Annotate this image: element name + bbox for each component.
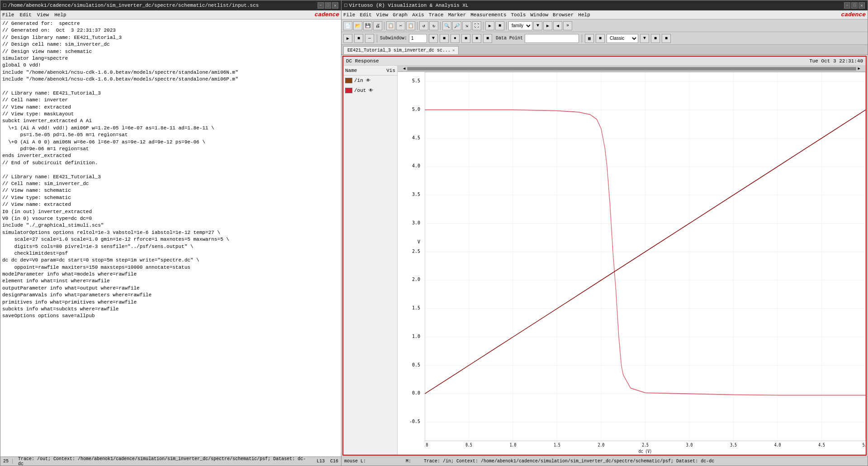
right-window-icon: □ bbox=[344, 3, 347, 8]
chart-canvas[interactable] bbox=[425, 72, 866, 441]
tb-sub-btn1[interactable]: ■ bbox=[440, 34, 449, 43]
rmenu-window[interactable]: Window bbox=[531, 12, 549, 18]
tb-sub-btn5[interactable]: ■ bbox=[483, 34, 492, 43]
x-axis-svg: 0.0 0.5 1.0 1.5 2.0 2.5 3.0 3.5 4.0 4. bbox=[425, 441, 866, 455]
scroll-right-arrow[interactable]: ▶ bbox=[858, 66, 860, 71]
left-editor-content[interactable]: // Generated for: spectre // Generated o… bbox=[0, 19, 341, 456]
signal-panel: Name Vis /in 👁 /out 👁 bbox=[343, 66, 398, 455]
signal-out-eye-icon[interactable]: 👁 bbox=[368, 87, 374, 94]
tb-cursor-btn[interactable]: ▶ bbox=[343, 34, 352, 43]
tb-line-btn[interactable]: — bbox=[365, 34, 374, 43]
right-menubar: File Edit View Graph Axis Trace Marker M… bbox=[342, 10, 868, 19]
tb-save-btn[interactable]: 💾 bbox=[363, 21, 372, 30]
chart-scrollbar[interactable]: ◀ ▶ bbox=[398, 66, 866, 72]
tb-classic-btn3[interactable]: ■ bbox=[662, 34, 671, 43]
right-minimize-button[interactable]: – bbox=[844, 2, 850, 9]
right-maximize-button[interactable]: □ bbox=[851, 2, 858, 9]
tb-family-btn4[interactable]: » bbox=[563, 21, 572, 30]
tb-run-btn[interactable]: ▶ bbox=[485, 21, 494, 30]
y-label-35: 3.5 bbox=[412, 192, 420, 197]
family-select[interactable]: family bbox=[508, 21, 532, 30]
tb-sep6 bbox=[377, 34, 377, 43]
status-col: C16 bbox=[330, 459, 338, 464]
tab-ee421[interactable]: EE421_Tutorial_3 sim_inverter_dc sc... ✕ bbox=[343, 46, 459, 54]
signal-in-name[interactable]: /in bbox=[354, 78, 363, 83]
tb-stop-btn[interactable]: ■ bbox=[495, 21, 504, 30]
datapoint-input[interactable] bbox=[525, 34, 579, 43]
close-button[interactable]: ✕ bbox=[332, 2, 338, 9]
scroll-thumb[interactable] bbox=[408, 67, 855, 70]
tb-copy-btn[interactable]: 📋 bbox=[386, 21, 395, 30]
right-status-bar: mouse L: M: Trace: /in; Context: /home/a… bbox=[342, 456, 868, 466]
tb-select-btn[interactable]: ■ bbox=[354, 34, 363, 43]
tb-classic-btn2[interactable]: ■ bbox=[651, 34, 660, 43]
subwindow-input[interactable] bbox=[409, 34, 427, 43]
subwindow-label: Subwindow: bbox=[380, 36, 407, 41]
signal-in-eye-icon[interactable]: 👁 bbox=[365, 77, 371, 84]
tb-family-btn1[interactable]: ▼ bbox=[533, 21, 542, 30]
signal-out-name[interactable]: /out bbox=[354, 88, 366, 93]
right-close-button[interactable]: ✕ bbox=[859, 2, 865, 9]
chart-area: ◀ ▶ bbox=[398, 66, 866, 455]
tb-new-btn[interactable]: 📄 bbox=[343, 21, 352, 30]
tb-sep7 bbox=[582, 34, 582, 43]
tb-family-btn3[interactable]: ◀ bbox=[553, 21, 562, 30]
cadence-logo-right: cadence bbox=[841, 11, 866, 18]
tb-sub-btn3[interactable]: ■ bbox=[461, 34, 470, 43]
rmenu-graph[interactable]: Graph bbox=[393, 12, 408, 18]
signal-out-color bbox=[345, 88, 352, 93]
menu-edit[interactable]: Edit bbox=[19, 12, 31, 18]
tb-sub-btn2[interactable]: ● bbox=[451, 34, 460, 43]
right-titlebar: □ Virtuoso (R) Visualization & Analysis … bbox=[342, 0, 868, 10]
minimize-button[interactable]: – bbox=[318, 2, 324, 9]
tb-sub-dropdown[interactable]: ▼ bbox=[429, 34, 438, 43]
tb-redo-btn[interactable]: ↻ bbox=[429, 21, 438, 30]
menu-help[interactable]: Help bbox=[54, 12, 66, 18]
tb-print-btn[interactable]: 🖨 bbox=[373, 21, 382, 30]
menu-view[interactable]: View bbox=[37, 12, 49, 18]
scroll-track[interactable] bbox=[407, 67, 856, 71]
status-line-col: L13 bbox=[317, 459, 325, 464]
rmenu-tools[interactable]: Tools bbox=[511, 12, 526, 18]
tb-family-btn2[interactable]: ▶ bbox=[543, 21, 552, 30]
tb-cut-btn[interactable]: ✂ bbox=[396, 21, 405, 30]
tb-zoom-region-btn[interactable]: ⛶ bbox=[472, 21, 481, 30]
rmenu-help[interactable]: Help bbox=[578, 12, 590, 18]
tb-zoom-out-btn[interactable]: 🔎 bbox=[452, 21, 461, 30]
tb-zoom-fit-btn[interactable]: ⇲ bbox=[462, 21, 471, 30]
tb-sub-btn4[interactable]: ■ bbox=[472, 34, 481, 43]
rmenu-view[interactable]: View bbox=[376, 12, 388, 18]
tb-undo-btn[interactable]: ↺ bbox=[419, 21, 428, 30]
y-label-40: 4.0 bbox=[412, 163, 420, 168]
rmenu-edit[interactable]: Edit bbox=[360, 12, 371, 18]
y-label-00: 0.0 bbox=[412, 390, 420, 395]
classic-select[interactable]: Classic bbox=[607, 34, 638, 43]
y-label-neg05: -0.5 bbox=[409, 419, 420, 424]
tb-zoom-in-btn[interactable]: 🔍 bbox=[442, 21, 451, 30]
chart-inner: 5.5 5.0 4.5 4.0 3.5 3.0 V 2.5 2.0 bbox=[398, 72, 866, 441]
rmenu-axis[interactable]: Axis bbox=[412, 12, 424, 18]
rmenu-measurements[interactable]: Measurements bbox=[470, 12, 506, 18]
tb-classic-btn1[interactable]: ▼ bbox=[640, 34, 649, 43]
scroll-left-arrow[interactable]: ◀ bbox=[403, 66, 405, 71]
x-label-50: 5.0 bbox=[863, 442, 866, 447]
right-trace-status: Trace: /in; Context: /home/abenok1/caden… bbox=[424, 459, 714, 464]
tb-paste-btn[interactable]: 📋 bbox=[406, 21, 415, 30]
x-label-05: 0.5 bbox=[465, 442, 472, 447]
maximize-button[interactable]: □ bbox=[325, 2, 331, 9]
tb-table-btn[interactable]: ■ bbox=[596, 34, 605, 43]
tb-chart-btn[interactable]: ▦ bbox=[585, 34, 594, 43]
tb-open-btn[interactable]: 📂 bbox=[353, 21, 362, 30]
menu-file[interactable]: File bbox=[2, 12, 14, 18]
right-window-controls: – □ ✕ bbox=[844, 2, 865, 9]
tab-close-icon[interactable]: ✕ bbox=[452, 48, 455, 53]
rmenu-browser[interactable]: Browser bbox=[553, 12, 574, 18]
signal-row-in: /in 👁 bbox=[343, 76, 397, 86]
right-panel: □ Virtuoso (R) Visualization & Analysis … bbox=[342, 0, 868, 466]
left-title: /home/abenok1/cadence/simulation/sim_inv… bbox=[8, 3, 259, 8]
x-label-30: 3.0 bbox=[686, 442, 693, 447]
rmenu-trace[interactable]: Trace bbox=[429, 12, 444, 18]
rmenu-marker[interactable]: Marker bbox=[448, 12, 466, 18]
rmenu-file[interactable]: File bbox=[343, 12, 355, 18]
tab-label: EE421_Tutorial_3 sim_inverter_dc sc... bbox=[347, 48, 451, 53]
